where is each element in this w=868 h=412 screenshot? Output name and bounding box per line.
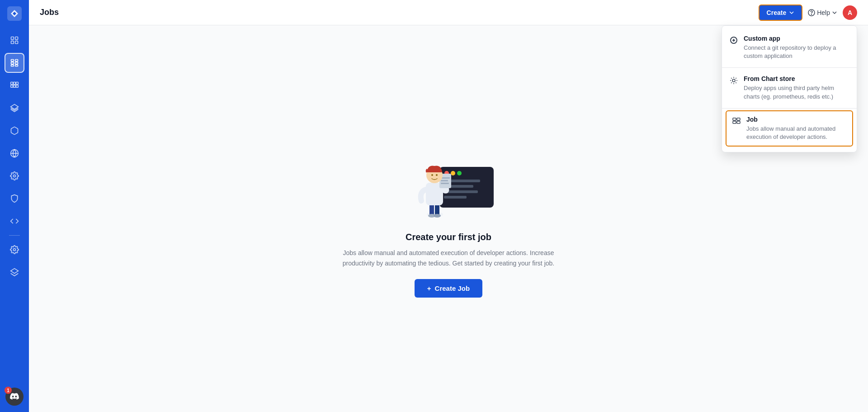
svg-rect-14 xyxy=(11,85,13,87)
job-desc: Jobs allow manual and automated executio… xyxy=(746,125,847,141)
svg-point-21 xyxy=(14,249,16,251)
chart-store-desc: Deploy apps using third party helm chart… xyxy=(744,84,849,100)
svg-rect-12 xyxy=(14,82,16,85)
header: Jobs Create Help A xyxy=(29,0,868,25)
custom-app-desc: Connect a git repository to deploy a cus… xyxy=(744,44,849,60)
sidebar-item-stack[interactable] xyxy=(5,262,24,282)
dropdown-item-custom-app[interactable]: Custom app Connect a git repository to d… xyxy=(722,29,857,66)
sidebar-bottom: 1 xyxy=(5,387,24,407)
create-dropdown-menu: Custom app Connect a git repository to d… xyxy=(722,25,857,152)
create-job-button[interactable]: + Create Job xyxy=(415,279,482,298)
help-circle-icon xyxy=(808,9,815,16)
sidebar-item-pipelines[interactable] xyxy=(5,76,24,95)
discord-notification-count: 1 xyxy=(5,387,12,394)
svg-rect-41 xyxy=(441,180,448,181)
sidebar: 1 xyxy=(0,0,29,412)
svg-rect-6 xyxy=(15,60,18,62)
chevron-down-icon xyxy=(789,10,794,15)
sidebar-item-globe[interactable] xyxy=(5,143,24,163)
sidebar-item-shield[interactable] xyxy=(5,189,24,208)
dropdown-divider-1 xyxy=(722,67,857,68)
job-title: Job xyxy=(746,116,847,123)
sidebar-item-code[interactable] xyxy=(5,211,24,231)
page-title: Jobs xyxy=(40,8,59,17)
svg-rect-10 xyxy=(15,65,18,66)
sidebar-item-home[interactable] xyxy=(5,30,24,50)
sidebar-item-settings[interactable] xyxy=(5,240,24,260)
sidebar-item-layers[interactable] xyxy=(5,98,24,118)
custom-app-title: Custom app xyxy=(744,35,849,42)
dropdown-item-job[interactable]: Job Jobs allow manual and automated exec… xyxy=(726,110,853,147)
plus-icon: + xyxy=(427,284,431,292)
job-icon xyxy=(732,117,741,126)
svg-rect-3 xyxy=(11,41,14,44)
sidebar-item-cube[interactable] xyxy=(5,121,24,141)
create-job-button-label: Create Job xyxy=(435,284,470,292)
dropdown-item-chart-store[interactable]: From Chart store Deploy apps using third… xyxy=(722,70,857,106)
jobs-illustration xyxy=(399,140,498,221)
create-button-label: Create xyxy=(767,9,787,16)
empty-state-description: Jobs allow manual and automated executio… xyxy=(340,248,557,268)
svg-rect-11 xyxy=(11,82,13,85)
svg-rect-16 xyxy=(16,85,18,87)
header-actions: Create Help A xyxy=(759,5,857,21)
svg-rect-50 xyxy=(733,118,736,120)
svg-rect-42 xyxy=(441,183,449,184)
help-label: Help xyxy=(817,9,830,16)
svg-rect-7 xyxy=(11,62,14,64)
svg-rect-8 xyxy=(15,62,18,64)
chart-store-title: From Chart store xyxy=(744,75,849,82)
svg-rect-32 xyxy=(444,196,467,199)
svg-rect-51 xyxy=(737,118,740,120)
svg-rect-5 xyxy=(11,60,14,62)
svg-point-24 xyxy=(811,14,812,14)
sidebar-item-jobs[interactable] xyxy=(5,53,24,73)
svg-point-28 xyxy=(457,171,462,175)
svg-rect-13 xyxy=(16,82,18,85)
help-button[interactable]: Help xyxy=(808,9,837,16)
plus-circle-icon xyxy=(729,36,738,45)
svg-rect-1 xyxy=(11,37,14,40)
empty-state-title: Create your first job xyxy=(406,232,491,242)
create-button[interactable]: Create xyxy=(759,5,803,21)
svg-marker-22 xyxy=(11,269,19,274)
logo[interactable] xyxy=(6,5,23,22)
svg-rect-53 xyxy=(737,121,740,123)
svg-point-49 xyxy=(732,79,735,82)
avatar[interactable]: A xyxy=(843,5,857,20)
discord-badge[interactable]: 1 xyxy=(5,387,24,407)
svg-point-37 xyxy=(434,214,441,218)
help-chevron-icon xyxy=(832,10,837,15)
svg-rect-4 xyxy=(15,41,18,44)
chart-store-icon xyxy=(729,76,738,85)
illustration xyxy=(399,140,498,221)
svg-point-45 xyxy=(436,174,438,176)
sidebar-item-gear[interactable] xyxy=(5,166,24,186)
svg-point-20 xyxy=(14,175,16,177)
svg-rect-9 xyxy=(11,65,14,66)
svg-rect-2 xyxy=(15,37,18,40)
svg-point-44 xyxy=(431,174,433,176)
svg-point-27 xyxy=(451,171,455,175)
sidebar-divider xyxy=(9,235,20,236)
svg-rect-52 xyxy=(733,121,736,123)
dropdown-divider-2 xyxy=(722,108,857,109)
svg-rect-15 xyxy=(14,85,16,87)
empty-state: Create your first job Jobs allow manual … xyxy=(340,140,557,298)
